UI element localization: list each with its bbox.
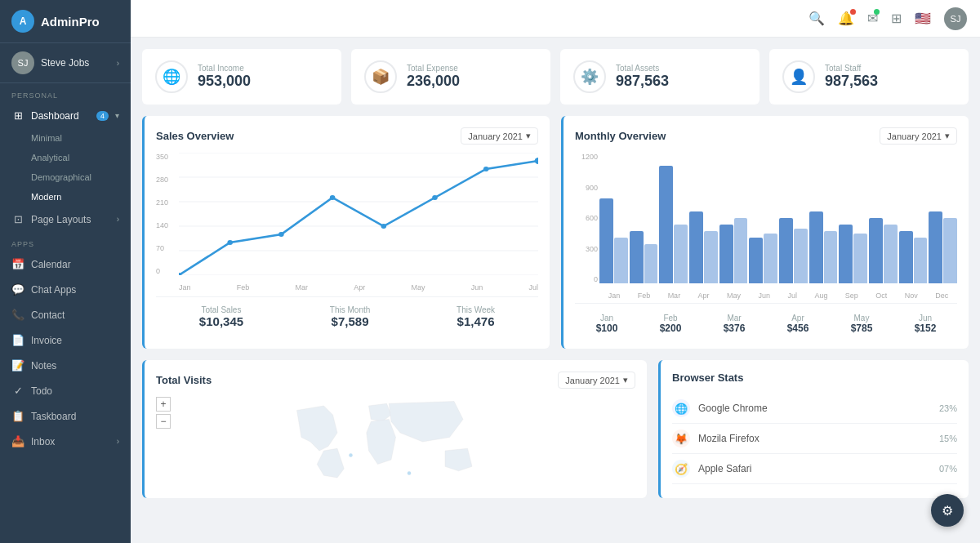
- svg-point-7: [227, 240, 233, 245]
- firefox-pct: 15%: [939, 434, 957, 443]
- sales-line-chart: 350280210140700: [156, 153, 538, 292]
- map-controls: + −: [156, 397, 171, 429]
- charts-row: Sales Overview January 2021 ▾ 3502802101…: [142, 116, 969, 349]
- bar-group: [689, 153, 718, 283]
- firefox-name: Mozila Firefox: [698, 433, 931, 444]
- language-flag[interactable]: 🇺🇸: [915, 11, 931, 26]
- bar-dark: [899, 231, 913, 283]
- sidebar-item-dashboard[interactable]: ⊞ Dashboard 4 ▾: [0, 103, 131, 128]
- sidebar-item-contact[interactable]: 📞 Contact: [0, 302, 131, 327]
- monthly-chart-dropdown[interactable]: January 2021 ▾: [880, 127, 957, 145]
- total-visits-dropdown[interactable]: January 2021 ▾: [558, 372, 635, 389]
- apps-icon[interactable]: ⊞: [891, 11, 902, 26]
- dashboard-badge: 4: [96, 111, 109, 121]
- contact-label: Contact: [31, 309, 119, 321]
- taskboard-icon: 📋: [11, 410, 24, 422]
- chevron-down-icon: ▾: [623, 375, 628, 385]
- sales-stats-row: Total Sales $10,345 This Month $7,589 Th…: [156, 296, 538, 328]
- chevron-right-icon: ›: [117, 215, 119, 224]
- this-month-stat: This Month $7,589: [330, 305, 370, 328]
- email-notification-dot: [874, 9, 880, 15]
- sub-item-modern[interactable]: Modern: [0, 187, 131, 207]
- dashboard-sub-items: Minimal Analytical Demographical Modern: [0, 128, 131, 207]
- bar-light: [943, 218, 957, 283]
- svg-point-14: [408, 471, 411, 474]
- sidebar-item-inbox[interactable]: 📥 Inbox ›: [0, 429, 131, 454]
- zoom-out-button[interactable]: −: [156, 414, 171, 429]
- sub-item-demographical[interactable]: Demographical: [0, 167, 131, 187]
- avatar: SJ: [11, 51, 34, 74]
- safari-pct: 07%: [939, 464, 957, 474]
- sidebar-item-chat[interactable]: 💬 Chat Apps: [0, 277, 131, 302]
- sidebar-item-page-layouts[interactable]: ⊡ Page Layouts ›: [0, 207, 131, 232]
- sales-chart-card: Sales Overview January 2021 ▾ 3502802101…: [142, 116, 550, 349]
- bar-y-labels: 12009006003000: [575, 153, 598, 283]
- total-visits-title: Total Visits: [156, 374, 212, 386]
- dashboard-icon: ⊞: [11, 109, 24, 122]
- topbar-avatar[interactable]: SJ: [944, 7, 967, 30]
- income-value: 953,000: [198, 73, 251, 90]
- sidebar-item-invoice[interactable]: 📄 Invoice: [0, 327, 131, 353]
- sidebar-item-todo[interactable]: ✓ Todo: [0, 378, 131, 403]
- bar-light: [734, 218, 748, 283]
- sub-item-analytical[interactable]: Analytical: [0, 148, 131, 167]
- chrome-icon: 🌐: [672, 399, 690, 417]
- firefox-icon: 🦊: [672, 430, 690, 447]
- fab-settings-button[interactable]: ⚙: [931, 494, 964, 527]
- monthly-bar-chart: 12009006003000 JanFebMarAprMayJun JulAug…: [575, 153, 957, 300]
- svg-point-12: [483, 167, 489, 171]
- bar-dark: [659, 166, 673, 283]
- sales-chart-dropdown[interactable]: January 2021 ▾: [461, 127, 538, 145]
- total-visits-card: Total Visits January 2021 ▾ + −: [142, 360, 647, 498]
- x-axis-labels: JanFebMarAprMayJunJul: [179, 283, 538, 292]
- todo-icon: ✓: [11, 385, 24, 397]
- svg-point-10: [381, 224, 387, 229]
- svg-point-11: [432, 195, 438, 200]
- bell-icon[interactable]: 🔔: [838, 11, 854, 26]
- bar-group: [630, 153, 658, 283]
- monthly-chart-card: Monthly Overview January 2021 ▾ 12009006…: [561, 116, 969, 349]
- calendar-icon: 📅: [11, 258, 24, 270]
- search-icon[interactable]: 🔍: [808, 11, 825, 26]
- bar-dark: [869, 218, 883, 283]
- user-section[interactable]: SJ Steve Jobs ›: [0, 43, 131, 83]
- staff-label: Total Staff: [825, 64, 878, 73]
- bar-x-labels: JanFebMarAprMayJun JulAugSepOctNovDec: [599, 292, 957, 300]
- assets-icon: ⚙️: [573, 60, 606, 93]
- monthly-stats-row: Jan$100 Feb$200 Mar$376 Apr$456 May$785 …: [575, 303, 957, 337]
- sidebar-item-calendar[interactable]: 📅 Calendar: [0, 251, 131, 277]
- invoice-icon: 📄: [11, 334, 24, 346]
- sub-item-minimal[interactable]: Minimal: [0, 128, 131, 148]
- zoom-in-button[interactable]: +: [156, 397, 171, 412]
- chrome-name: Google Chrome: [698, 403, 931, 414]
- bar-dark: [839, 225, 853, 283]
- sales-chart-title: Sales Overview: [156, 130, 234, 142]
- stat-card-staff: 👤 Total Staff 987,563: [769, 49, 969, 105]
- email-icon[interactable]: ✉: [867, 11, 878, 26]
- bar-group: [599, 153, 628, 283]
- bar-light: [704, 231, 718, 283]
- safari-icon: 🧭: [672, 460, 690, 478]
- sidebar-item-taskboard[interactable]: 📋 Taskboard: [0, 403, 131, 429]
- svg-point-8: [278, 232, 284, 237]
- stat-card-expense: 📦 Total Expense 236,000: [351, 49, 550, 105]
- bar-group: [719, 153, 748, 283]
- sidebar: A AdminPro SJ Steve Jobs › PERSONAL ⊞ Da…: [0, 0, 131, 543]
- expense-icon: 📦: [364, 60, 397, 93]
- browser-item-safari: 🧭 Apple Safari 07%: [672, 454, 957, 484]
- y-axis-labels: 350280210140700: [156, 153, 179, 275]
- logo-section: A AdminPro: [0, 0, 131, 43]
- browser-item-chrome: 🌐 Google Chrome 23%: [672, 394, 957, 424]
- browser-stats-card: Browser Stats 🌐 Google Chrome 23% 🦊 Mozi…: [658, 360, 969, 498]
- chrome-pct: 23%: [939, 403, 957, 413]
- bar-group: [929, 153, 957, 283]
- bar-group: [659, 153, 688, 283]
- income-icon: 🌐: [155, 60, 188, 93]
- bar-dark: [809, 211, 823, 283]
- staff-value: 987,563: [825, 73, 878, 90]
- staff-icon: 👤: [782, 60, 815, 93]
- page-layouts-label: Page Layouts: [31, 214, 110, 225]
- bar-dark: [929, 211, 942, 283]
- bar-group: [839, 153, 867, 283]
- sidebar-item-notes[interactable]: 📝 Notes: [0, 353, 131, 378]
